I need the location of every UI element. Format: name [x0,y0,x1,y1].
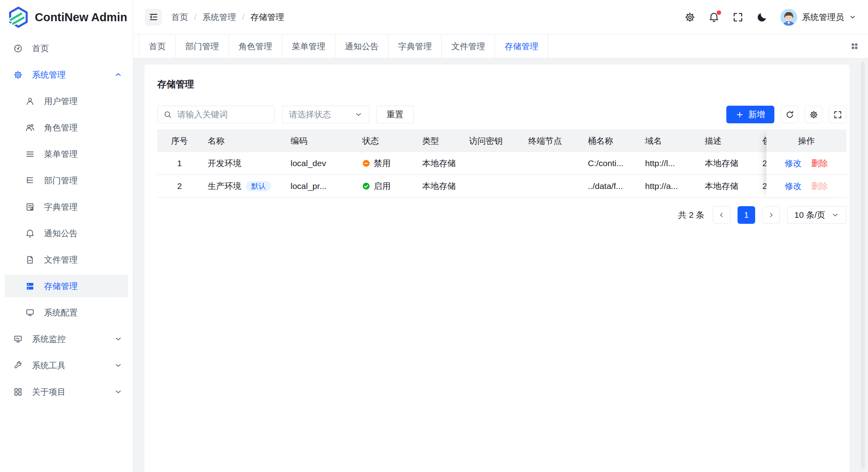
tab-file[interactable]: 文件管理 [442,34,495,58]
chevron-up-icon [114,70,122,79]
avatar [780,9,797,26]
tab-dict[interactable]: 字典管理 [389,34,442,58]
main-area: 首页 / 系统管理 / 存储管理 [133,0,868,472]
edit-link[interactable]: 修改 [785,181,802,192]
sidebar-item-notice[interactable]: 通知公告 [5,222,128,245]
tab-actions-button[interactable] [841,34,868,58]
logo-icon [7,6,30,28]
sidebar-menu: 首页 系统管理 用户管理 角色 [0,34,133,407]
app-title: ContiNew Admin [35,11,127,24]
sidebar-item-system-config[interactable]: 系统配置 [5,301,128,324]
breadcrumb-item-system[interactable]: 系统管理 [202,12,236,23]
cell-type: 本地存储 [416,158,463,169]
search-input[interactable] [176,109,269,120]
page-size-select[interactable]: 10 条/页 [787,206,846,224]
chevron-down-icon [114,361,122,370]
col-header-code: 编码 [285,135,356,147]
table-scroll-area[interactable]: 序号 名称 编码 状态 类型 访问密钥 终端节点 桶名称 域名 描述 创建时间 [157,129,766,198]
tree-list-icon [25,176,35,185]
page-number-button[interactable]: 1 [738,206,755,224]
collapse-sidebar-button[interactable] [145,9,162,26]
sidebar-item-system-monitor[interactable]: 系统监控 [5,327,128,350]
sidebar-item-menu-management[interactable]: 菜单管理 [5,143,128,165]
status-text: 禁用 [374,158,391,169]
user-menu[interactable]: 系统管理员 [780,9,856,26]
tab-department[interactable]: 部门管理 [176,34,229,58]
prev-page-button[interactable] [713,206,730,224]
fullscreen-button[interactable] [732,12,744,23]
sidebar-item-system-management[interactable]: 系统管理 [5,63,128,86]
topbar-left: 首页 / 系统管理 / 存储管理 [145,9,284,26]
reset-button[interactable]: 重置 [376,106,414,123]
status-select[interactable]: 请选择状态 [282,106,369,123]
tab-notice[interactable]: 通知公告 [335,34,389,58]
tab-home[interactable]: 首页 [139,34,176,58]
notifications-button[interactable] [708,12,720,23]
table-fullscreen-button[interactable] [829,106,846,123]
chevron-down-icon [114,388,122,396]
breadcrumb-item-home[interactable]: 首页 [171,12,188,23]
chevron-down-icon [114,335,122,343]
add-button[interactable]: 新增 [726,106,774,123]
wrench-icon [13,361,23,370]
page-size-value: 10 条/页 [794,209,825,221]
sidebar-item-department-management[interactable]: 部门管理 [5,169,128,192]
status-disabled-icon [362,159,370,167]
sidebar-item-label: 用户管理 [44,96,78,107]
tab-role[interactable]: 角色管理 [229,34,282,58]
dictionary-icon [25,202,35,212]
moon-icon [756,12,768,23]
dashboard-icon [13,44,23,53]
sidebar-item-role-management[interactable]: 角色管理 [5,116,128,139]
gear-icon [13,70,23,80]
plus-icon [736,110,744,119]
topbar: 首页 / 系统管理 / 存储管理 [133,0,868,34]
sidebar-item-storage-management[interactable]: 存储管理 [5,275,128,297]
topbar-right: 系统管理员 [684,9,856,26]
delete-link[interactable]: 删除 [811,158,828,169]
sidebar-item-user-management[interactable]: 用户管理 [5,90,128,112]
tab-storage[interactable]: 存储管理 [495,34,548,58]
sidebar-item-about-project[interactable]: 关于项目 [5,380,128,403]
status-select-placeholder: 请选择状态 [289,109,331,120]
cell-index: 1 [157,159,202,168]
storage-icon [25,281,35,291]
col-header-bucket: 桶名称 [582,135,639,147]
page-title: 存储管理 [157,78,846,90]
monitor-chart-icon [13,334,23,344]
sidebar-item-system-tools[interactable]: 系统工具 [5,354,128,377]
refresh-button[interactable] [781,106,798,123]
cell-status: 禁用 [356,158,416,169]
sidebar-item-home[interactable]: 首页 [5,37,128,60]
sidebar-item-label: 关于项目 [32,386,66,398]
fullscreen-icon [732,12,744,23]
dark-mode-button[interactable] [756,12,768,23]
default-badge: 默认 [246,181,271,191]
logo[interactable]: ContiNew Admin [0,0,133,34]
cell-type: 本地存储 [416,181,463,192]
settings-button[interactable] [684,12,696,23]
cell-create-time: 20 [756,181,766,191]
sidebar-item-label: 部门管理 [44,175,78,186]
tab-menu[interactable]: 菜单管理 [282,34,335,58]
search-icon [163,110,172,119]
cell-code: local_dev [285,159,356,168]
sidebar-item-file-management[interactable]: 文件管理 [5,248,128,271]
table-header-row: 序号 名称 编码 状态 类型 访问密钥 终端节点 桶名称 域名 描述 创建时间 [157,129,766,152]
sidebar-item-label: 系统工具 [32,360,66,371]
cell-index: 2 [157,181,202,191]
col-header-description: 描述 [699,135,756,147]
column-settings-button[interactable] [805,106,822,123]
table-row: 2 生产环境 默认 local_pr... [157,175,766,198]
sidebar-item-label: 字典管理 [44,201,78,213]
sidebar-item-dict-management[interactable]: 字典管理 [5,195,128,218]
add-button-label: 新增 [748,109,765,120]
sidebar-item-label: 角色管理 [44,122,78,133]
next-page-button[interactable] [762,206,780,224]
col-header-operations: 操作 [766,129,846,152]
refresh-icon [785,110,794,119]
operations-cell: 修改 删除 [766,175,846,198]
cell-description: 本地存储 [699,181,756,192]
edit-link[interactable]: 修改 [785,158,802,169]
vertical-scrollbar[interactable] [861,62,865,469]
